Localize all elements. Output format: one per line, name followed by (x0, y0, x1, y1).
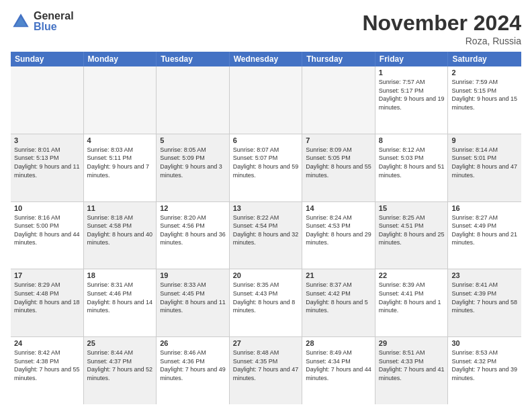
calendar-cell-3-0: 17Sunrise: 8:29 AM Sunset: 4:48 PM Dayli… (11, 269, 84, 336)
calendar-cell-2-3: 13Sunrise: 8:22 AM Sunset: 4:54 PM Dayli… (230, 202, 303, 269)
logo-blue: Blue (34, 21, 74, 32)
title-block: November 2024 Roza, Russia (362, 11, 521, 46)
month-title: November 2024 (362, 11, 521, 36)
day-details: Sunrise: 8:05 AM Sunset: 5:09 PM Dayligh… (160, 146, 226, 179)
day-details: Sunrise: 8:24 AM Sunset: 4:53 PM Dayligh… (306, 214, 371, 247)
header-day-monday: Monday (84, 52, 157, 66)
calendar-cell-4-4: 28Sunrise: 8:49 AM Sunset: 4:34 PM Dayli… (302, 337, 375, 404)
calendar-cell-2-2: 12Sunrise: 8:20 AM Sunset: 4:56 PM Dayli… (157, 202, 230, 269)
day-number: 15 (379, 204, 445, 212)
calendar-row-2: 10Sunrise: 8:16 AM Sunset: 5:00 PM Dayli… (11, 202, 521, 270)
location: Roza, Russia (362, 36, 521, 46)
day-details: Sunrise: 8:22 AM Sunset: 4:54 PM Dayligh… (233, 214, 299, 247)
calendar-cell-1-0: 3Sunrise: 8:01 AM Sunset: 5:13 PM Daylig… (11, 134, 84, 201)
calendar-cell-0-2 (157, 66, 230, 134)
day-number: 10 (14, 204, 80, 212)
header-day-thursday: Thursday (302, 52, 375, 66)
day-details: Sunrise: 8:25 AM Sunset: 4:51 PM Dayligh… (379, 214, 445, 247)
day-number: 19 (160, 271, 226, 279)
calendar-row-4: 24Sunrise: 8:42 AM Sunset: 4:38 PM Dayli… (11, 337, 521, 404)
day-number: 8 (379, 136, 445, 144)
day-details: Sunrise: 8:27 AM Sunset: 4:49 PM Dayligh… (451, 214, 518, 247)
day-number: 17 (14, 271, 80, 279)
day-number: 22 (379, 271, 445, 279)
calendar-cell-1-2: 5Sunrise: 8:05 AM Sunset: 5:09 PM Daylig… (157, 134, 230, 201)
day-details: Sunrise: 7:57 AM Sunset: 5:17 PM Dayligh… (379, 78, 445, 111)
day-number: 14 (306, 204, 371, 212)
calendar-cell-4-1: 25Sunrise: 8:44 AM Sunset: 4:37 PM Dayli… (84, 337, 157, 404)
day-details: Sunrise: 8:09 AM Sunset: 5:05 PM Dayligh… (306, 146, 371, 179)
day-number: 3 (14, 136, 80, 144)
day-number: 6 (233, 136, 299, 144)
day-number: 26 (160, 339, 226, 347)
calendar-cell-4-0: 24Sunrise: 8:42 AM Sunset: 4:38 PM Dayli… (11, 337, 84, 404)
day-number: 1 (379, 68, 445, 77)
day-details: Sunrise: 8:16 AM Sunset: 5:00 PM Dayligh… (14, 214, 80, 247)
day-details: Sunrise: 8:07 AM Sunset: 5:07 PM Dayligh… (233, 146, 299, 179)
calendar-cell-4-5: 29Sunrise: 8:51 AM Sunset: 4:33 PM Dayli… (375, 337, 449, 404)
calendar-cell-1-4: 7Sunrise: 8:09 AM Sunset: 5:05 PM Daylig… (302, 134, 375, 201)
day-number: 9 (451, 136, 518, 144)
day-details: Sunrise: 8:35 AM Sunset: 4:43 PM Dayligh… (233, 281, 299, 314)
calendar-header: SundayMondayTuesdayWednesdayThursdayFrid… (11, 52, 521, 66)
day-number: 29 (379, 339, 445, 347)
logo-general: General (34, 11, 74, 21)
calendar-cell-0-6: 2Sunrise: 7:59 AM Sunset: 5:15 PM Daylig… (448, 66, 521, 134)
page: General Blue November 2024 Roza, Russia … (0, 0, 532, 411)
day-number: 4 (87, 136, 153, 144)
calendar-cell-2-4: 14Sunrise: 8:24 AM Sunset: 4:53 PM Dayli… (302, 202, 375, 269)
day-number: 23 (451, 271, 518, 279)
calendar-cell-4-6: 30Sunrise: 8:53 AM Sunset: 4:32 PM Dayli… (448, 337, 521, 404)
calendar-cell-3-2: 19Sunrise: 8:33 AM Sunset: 4:45 PM Dayli… (157, 269, 230, 336)
day-details: Sunrise: 8:53 AM Sunset: 4:32 PM Dayligh… (451, 349, 518, 382)
calendar-cell-3-3: 20Sunrise: 8:35 AM Sunset: 4:43 PM Dayli… (230, 269, 303, 336)
calendar-cell-3-5: 22Sunrise: 8:39 AM Sunset: 4:41 PM Dayli… (375, 269, 449, 336)
calendar-cell-3-6: 23Sunrise: 8:41 AM Sunset: 4:39 PM Dayli… (448, 269, 521, 336)
day-details: Sunrise: 8:14 AM Sunset: 5:01 PM Dayligh… (451, 146, 518, 179)
header-day-saturday: Saturday (448, 52, 521, 66)
calendar-cell-2-6: 16Sunrise: 8:27 AM Sunset: 4:49 PM Dayli… (448, 202, 521, 269)
header-day-wednesday: Wednesday (230, 52, 303, 66)
calendar-cell-4-2: 26Sunrise: 8:46 AM Sunset: 4:36 PM Dayli… (157, 337, 230, 404)
day-details: Sunrise: 8:20 AM Sunset: 4:56 PM Dayligh… (160, 214, 226, 247)
header-day-tuesday: Tuesday (157, 52, 230, 66)
calendar-cell-0-3 (230, 66, 303, 134)
logo-text: General Blue (34, 11, 74, 32)
day-details: Sunrise: 8:41 AM Sunset: 4:39 PM Dayligh… (451, 281, 518, 314)
calendar-row-3: 17Sunrise: 8:29 AM Sunset: 4:48 PM Dayli… (11, 269, 521, 337)
day-details: Sunrise: 8:31 AM Sunset: 4:46 PM Dayligh… (87, 281, 153, 314)
day-number: 11 (87, 204, 153, 212)
day-number: 24 (14, 339, 80, 347)
day-number: 21 (306, 271, 371, 279)
day-details: Sunrise: 8:44 AM Sunset: 4:37 PM Dayligh… (87, 349, 153, 382)
day-details: Sunrise: 8:51 AM Sunset: 4:33 PM Dayligh… (379, 349, 445, 382)
logo: General Blue (11, 11, 74, 32)
header-day-sunday: Sunday (11, 52, 84, 66)
calendar-cell-2-0: 10Sunrise: 8:16 AM Sunset: 5:00 PM Dayli… (11, 202, 84, 269)
calendar-cell-0-0 (11, 66, 84, 134)
day-details: Sunrise: 8:33 AM Sunset: 4:45 PM Dayligh… (160, 281, 226, 314)
calendar-cell-2-1: 11Sunrise: 8:18 AM Sunset: 4:58 PM Dayli… (84, 202, 157, 269)
day-number: 16 (451, 204, 518, 212)
day-details: Sunrise: 8:46 AM Sunset: 4:36 PM Dayligh… (160, 349, 226, 382)
day-details: Sunrise: 8:39 AM Sunset: 4:41 PM Dayligh… (379, 281, 445, 314)
calendar-cell-1-3: 6Sunrise: 8:07 AM Sunset: 5:07 PM Daylig… (230, 134, 303, 201)
header-day-friday: Friday (375, 52, 449, 66)
logo-icon (11, 11, 31, 32)
day-number: 18 (87, 271, 153, 279)
calendar: SundayMondayTuesdayWednesdayThursdayFrid… (11, 52, 521, 404)
day-number: 13 (233, 204, 299, 212)
calendar-cell-3-4: 21Sunrise: 8:37 AM Sunset: 4:42 PM Dayli… (302, 269, 375, 336)
calendar-row-0: 1Sunrise: 7:57 AM Sunset: 5:17 PM Daylig… (11, 66, 521, 134)
day-details: Sunrise: 8:49 AM Sunset: 4:34 PM Dayligh… (306, 349, 371, 382)
day-number: 25 (87, 339, 153, 347)
header: General Blue November 2024 Roza, Russia (11, 11, 521, 46)
calendar-cell-4-3: 27Sunrise: 8:48 AM Sunset: 4:35 PM Dayli… (230, 337, 303, 404)
calendar-body: 1Sunrise: 7:57 AM Sunset: 5:17 PM Daylig… (11, 66, 521, 404)
day-number: 5 (160, 136, 226, 144)
day-number: 2 (451, 68, 518, 77)
day-number: 7 (306, 136, 371, 144)
day-details: Sunrise: 8:37 AM Sunset: 4:42 PM Dayligh… (306, 281, 371, 314)
calendar-cell-1-1: 4Sunrise: 8:03 AM Sunset: 5:11 PM Daylig… (84, 134, 157, 201)
calendar-cell-2-5: 15Sunrise: 8:25 AM Sunset: 4:51 PM Dayli… (375, 202, 449, 269)
